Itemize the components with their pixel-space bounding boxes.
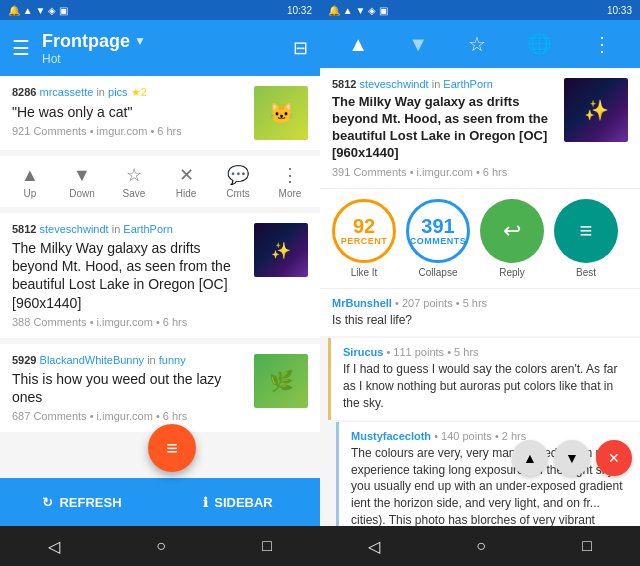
more-dots-icon: ⋮ <box>281 164 299 186</box>
post-card-3[interactable]: 5929 BlackandWhiteBunny in funny This is… <box>0 344 320 432</box>
float-up-button[interactable]: ▲ <box>512 440 548 476</box>
floating-actions: ▲ ▼ ✕ <box>512 440 632 476</box>
post-title-3: This is how you weed out the lazy ones <box>12 370 246 406</box>
toolbar-more-icon[interactable]: ⋮ <box>592 32 612 56</box>
toolbar-up-icon[interactable]: ▲ <box>348 33 368 56</box>
post-card-1[interactable]: 8286 mrcassette in pics ★2 "He was only … <box>0 76 320 150</box>
post-award-1: ★2 <box>131 86 147 98</box>
left-status-icons: 🔔 ▲ ▼ ◈ ▣ <box>8 5 68 16</box>
comment-1: MrBunshell • 207 points • 5 hrs Is this … <box>320 289 640 337</box>
right-post-score: 5812 <box>332 78 356 90</box>
fab-sort-button[interactable]: ≡ <box>148 424 196 472</box>
post-card-2[interactable]: 5812 steveschwindt in EarthPorn The Milk… <box>0 213 320 338</box>
like-it-label: Like It <box>351 267 378 278</box>
collapse-label: Collapse <box>419 267 458 278</box>
left-status-bar: 🔔 ▲ ▼ ◈ ▣ 10:32 <box>0 0 320 20</box>
comment-2: Sirucus • 111 points • 5 hrs If I had to… <box>328 338 640 419</box>
back-button-left[interactable]: ◁ <box>48 537 60 556</box>
post-text-2: 5812 steveschwindt in EarthPorn The Milk… <box>12 223 246 328</box>
toolbar-globe-icon[interactable]: 🌐 <box>527 32 552 56</box>
cmts-label: Cmts <box>226 188 249 199</box>
comments-count: 391 <box>421 216 454 236</box>
more-label: More <box>279 188 302 199</box>
comments-label: COMMENTS <box>410 236 467 246</box>
menu-icon[interactable]: ☰ <box>12 36 30 60</box>
refresh-button[interactable]: ↻ REFRESH <box>8 495 156 510</box>
save-label: Save <box>123 188 146 199</box>
right-panel: 🔔 ▲ ▼ ◈ ▣ 10:33 ▲ ▼ ☆ 🌐 ⋮ 5812 steveschw… <box>320 0 640 566</box>
right-post-title: The Milky Way galaxy as drifts beyond Mt… <box>332 94 556 162</box>
action-comments[interactable]: 💬 Cmts <box>218 164 258 199</box>
post-subreddit-1[interactable]: pics <box>108 86 128 98</box>
sidebar-label: SIDEBAR <box>214 495 273 510</box>
right-toolbar: ▲ ▼ ☆ 🌐 ⋮ <box>320 20 640 68</box>
left-header: ☰ Frontpage ▼ Hot ⊟ <box>0 20 320 76</box>
like-vote-item: 92 PERCENT Like It <box>332 199 396 278</box>
post-title-1: "He was only a cat" <box>12 103 246 121</box>
best-vote-item: ≡ Best <box>554 199 618 278</box>
action-save[interactable]: ☆ Save <box>114 164 154 199</box>
title-block: Frontpage ▼ Hot <box>42 31 281 66</box>
post-subreddit-3[interactable]: funny <box>159 354 186 366</box>
left-time: 10:32 <box>287 5 312 16</box>
home-button-right[interactable]: ○ <box>476 537 486 555</box>
sidebar-button[interactable]: ℹ SIDEBAR <box>164 495 312 510</box>
down-icon: ▼ <box>73 165 91 186</box>
reply-label: Reply <box>499 267 525 278</box>
toolbar-star-icon[interactable]: ☆ <box>468 32 486 56</box>
square-button-right[interactable]: □ <box>582 537 592 555</box>
post-score-3: 5929 <box>12 354 36 366</box>
right-post-username[interactable]: steveschwindt <box>360 78 429 90</box>
filter-icon[interactable]: ⊟ <box>293 37 308 59</box>
comment-username-3[interactable]: Mustyfacecloth <box>351 430 431 442</box>
right-post-subreddit[interactable]: EarthPorn <box>443 78 493 90</box>
post-subreddit-2[interactable]: EarthPorn <box>123 223 173 235</box>
post-content-2: 5812 steveschwindt in EarthPorn The Milk… <box>12 223 308 328</box>
down-label: Down <box>69 188 95 199</box>
post-thumbnail-1: 🐱 <box>254 86 308 140</box>
star-icon: ☆ <box>126 164 142 186</box>
action-up[interactable]: ▲ Up <box>10 165 50 199</box>
reply-button[interactable]: ↩ <box>480 199 544 263</box>
hide-label: Hide <box>176 188 197 199</box>
like-circle[interactable]: 92 PERCENT <box>332 199 396 263</box>
post-username-1[interactable]: mrcassette <box>40 86 94 98</box>
post-content-3: 5929 BlackandWhiteBunny in funny This is… <box>12 354 308 422</box>
best-button[interactable]: ≡ <box>554 199 618 263</box>
like-label: PERCENT <box>341 236 388 246</box>
post-username-3[interactable]: BlackandWhiteBunny <box>40 354 145 366</box>
comment-username-2[interactable]: Sirucus <box>343 346 383 358</box>
post-username-2[interactable]: steveschwindt <box>40 223 109 235</box>
back-button-right[interactable]: ◁ <box>368 537 380 556</box>
right-status-bar: 🔔 ▲ ▼ ◈ ▣ 10:33 <box>320 0 640 20</box>
right-post-thumbnail: ✨ <box>564 78 628 142</box>
up-label: Up <box>24 188 37 199</box>
post-title-2: The Milky Way galaxy as drifts beyond Mt… <box>12 239 246 312</box>
dropdown-arrow[interactable]: ▼ <box>134 34 146 48</box>
comment-body-1: Is this real life? <box>332 312 628 329</box>
float-close-button[interactable]: ✕ <box>596 440 632 476</box>
left-panel: 🔔 ▲ ▼ ◈ ▣ 10:32 ☰ Frontpage ▼ Hot ⊟ 8286 <box>0 0 320 566</box>
comments-circle[interactable]: 391 COMMENTS <box>406 199 470 263</box>
refresh-label: REFRESH <box>59 495 121 510</box>
float-down-button[interactable]: ▼ <box>554 440 590 476</box>
app-subtitle: Hot <box>42 52 281 66</box>
comment-meta-2: Sirucus • 111 points • 5 hrs <box>343 346 628 358</box>
home-button-left[interactable]: ○ <box>156 537 166 555</box>
post-meta-2: 5812 steveschwindt in EarthPorn <box>12 223 246 235</box>
comment-username-1[interactable]: MrBunshell <box>332 297 392 309</box>
post-comments-1: 921 Comments • imgur.com • 6 hrs <box>12 125 246 137</box>
square-button-left[interactable]: □ <box>262 537 272 555</box>
action-hide[interactable]: ✕ Hide <box>166 164 206 199</box>
post-text-1: 8286 mrcassette in pics ★2 "He was only … <box>12 86 246 137</box>
reply-icon: ↩ <box>503 218 521 244</box>
action-more[interactable]: ⋮ More <box>270 164 310 199</box>
post-meta-3: 5929 BlackandWhiteBunny in funny <box>12 354 246 366</box>
action-down[interactable]: ▼ Down <box>62 165 102 199</box>
like-percent: 92 <box>353 216 375 236</box>
x-icon: ✕ <box>179 164 194 186</box>
toolbar-down-icon[interactable]: ▼ <box>408 33 428 56</box>
post-comments-2: 388 Comments • i.imgur.com • 6 hrs <box>12 316 246 328</box>
reply-vote-item: ↩ Reply <box>480 199 544 278</box>
right-post-info: 5812 steveschwindt in EarthPorn The Milk… <box>332 78 556 178</box>
